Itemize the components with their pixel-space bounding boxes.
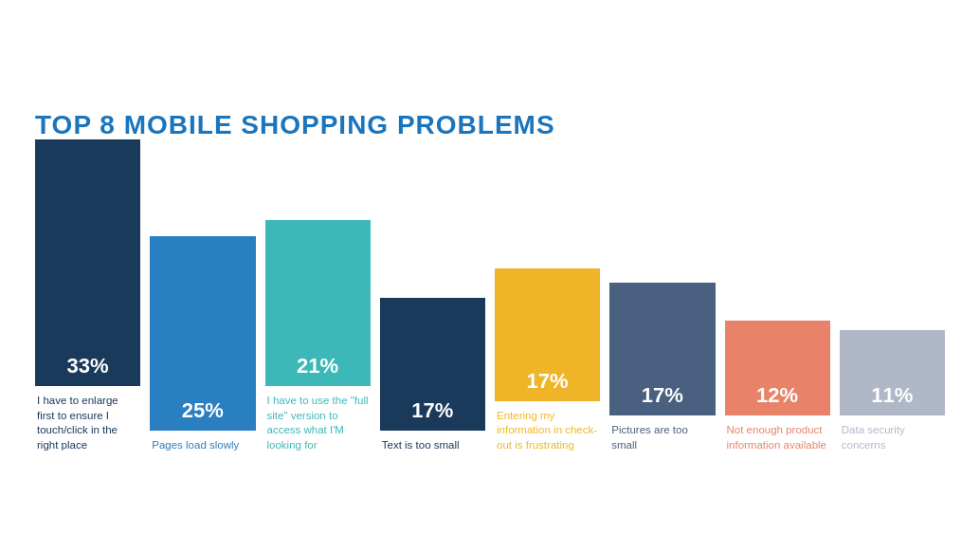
chart-title: TOP 8 MOBILE SHOPPING PROBLEMS — [35, 110, 945, 140]
chart-container: TOP 8 MOBILE SHOPPING PROBLEMS 33%I have… — [26, 91, 954, 463]
bar-label-3: I have to use the "full site" version to… — [265, 394, 371, 452]
bar-label-4: Text is too small — [380, 438, 485, 453]
bar-4: 17% — [380, 298, 485, 431]
bar-label-7: Not enough product information available — [725, 423, 830, 452]
bar-2: 25% — [150, 236, 255, 431]
bar-8: 11% — [840, 330, 945, 415]
bar-label-6: Pictures are too small — [609, 423, 715, 452]
bar-pct-4: 17% — [411, 398, 453, 423]
bar-group-8: 11%Data security concerns — [840, 330, 945, 452]
bar-pct-5: 17% — [527, 369, 569, 394]
bar-group-4: 17%Text is too small — [380, 298, 485, 453]
bar-label-1: I have to enlarge first to ensure I touc… — [35, 394, 140, 452]
bar-1: 33% — [35, 139, 140, 386]
bars-area: 33%I have to enlarge first to ensure I t… — [35, 159, 945, 453]
bar-5: 17% — [495, 268, 600, 401]
bar-group-3: 21%I have to use the "full site" version… — [265, 220, 371, 452]
bar-label-8: Data security concerns — [840, 423, 945, 452]
bar-3: 21% — [265, 220, 371, 386]
bar-label-5: Entering my information in check-out is … — [495, 409, 600, 453]
bar-group-2: 25%Pages load slowly — [150, 236, 255, 453]
bar-pct-2: 25% — [182, 398, 224, 423]
bar-7: 12% — [725, 321, 830, 415]
bar-label-2: Pages load slowly — [150, 438, 255, 453]
bar-pct-7: 12% — [756, 383, 798, 408]
bar-pct-8: 11% — [871, 383, 913, 408]
bar-pct-6: 17% — [642, 383, 683, 408]
bar-pct-1: 33% — [67, 354, 109, 378]
bar-group-1: 33%I have to enlarge first to ensure I t… — [35, 139, 140, 452]
bar-6: 17% — [609, 283, 715, 415]
bar-group-7: 12%Not enough product information availa… — [725, 321, 830, 452]
bar-group-5: 17%Entering my information in check-out … — [495, 268, 600, 453]
bar-pct-3: 21% — [297, 354, 338, 378]
bar-group-6: 17%Pictures are too small — [609, 283, 715, 452]
